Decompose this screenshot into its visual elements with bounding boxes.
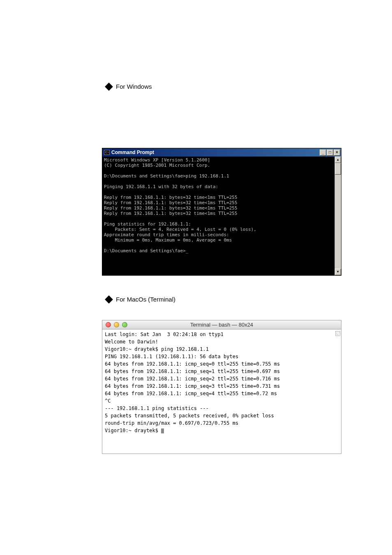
bullet-macos: For MacOs (Terminal): [106, 296, 175, 303]
terminal-window: Terminal — bash — 80x24 Last login: Sat …: [102, 320, 341, 454]
command-prompt-window: C:\ Command Prompt _ □ × Microsoft Windo…: [102, 148, 341, 276]
cmd-scrollbar[interactable]: ▴ ▾: [334, 157, 341, 275]
cursor-icon: [161, 428, 164, 433]
command-prompt-title: Command Prompt: [111, 150, 154, 155]
terminal-output[interactable]: Last login: Sat Jan 3 02:24:18 on ttyp1 …: [102, 329, 334, 454]
scroll-thumb[interactable]: [335, 163, 341, 175]
command-prompt-titlebar[interactable]: C:\ Command Prompt _ □ ×: [102, 148, 341, 157]
close-button[interactable]: ×: [334, 150, 340, 156]
bullet-diamond-icon: [105, 83, 113, 91]
command-prompt-output[interactable]: Microsoft Windows XP [Version 5.1.2600] …: [102, 157, 334, 275]
scroll-down-arrow-icon[interactable]: ▾: [335, 269, 341, 275]
bullet-windows-label: For Windows: [116, 83, 152, 90]
minimize-button[interactable]: _: [320, 150, 326, 156]
bullet-macos-label: For MacOs (Terminal): [116, 296, 175, 303]
terminal-title: Terminal — bash — 80x24: [102, 322, 341, 328]
terminal-scrollbar[interactable]: [334, 329, 341, 454]
scroll-up-arrow-icon[interactable]: ▴: [335, 157, 341, 163]
terminal-titlebar[interactable]: Terminal — bash — 80x24: [102, 320, 341, 329]
bullet-diamond-icon: [105, 295, 113, 304]
cmd-app-icon: C:\: [104, 150, 110, 155]
bullet-windows: For Windows: [106, 83, 152, 90]
scroll-marker-icon: [335, 331, 340, 336]
maximize-button[interactable]: □: [327, 150, 333, 156]
